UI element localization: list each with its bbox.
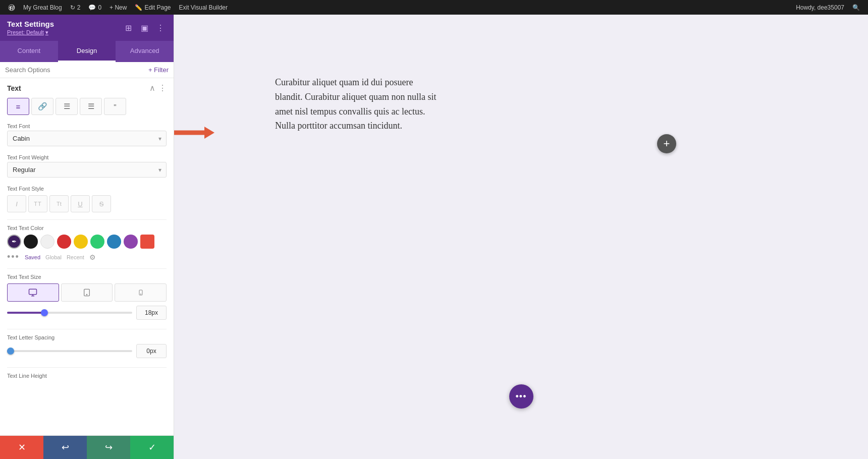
font-style-row: I TT Tt U S [0, 193, 174, 217]
add-element-button[interactable]: + [657, 134, 676, 153]
left-panel: Text Settings Preset: Default ▾ ⊞ ▣ ⋮ Co… [0, 15, 174, 459]
desktop-btn[interactable] [7, 283, 59, 302]
color-tab-recent[interactable]: Recent [67, 254, 84, 260]
font-weight-dropdown[interactable]: Regular [7, 162, 167, 178]
more-options-icon[interactable]: ⋮ [154, 22, 167, 34]
redo-button[interactable]: ↪ [87, 436, 130, 459]
eyedropper-swatch[interactable]: ✒ [7, 235, 21, 249]
tab-content[interactable]: Content [0, 41, 58, 62]
text-font-weight-label: Text Font Weight [0, 151, 174, 162]
underline-btn[interactable]: U [71, 195, 90, 212]
panel-footer: ✕ ↩ ↪ ✓ [0, 435, 174, 459]
size-section [0, 281, 174, 327]
section-more-icon[interactable]: ⋮ [158, 83, 167, 93]
color-section: ✒ ••• Saved Global Recent ⚙ [0, 233, 174, 266]
admin-bar: My Great Blog ↻ 2 💬 0 + New ✏️ Edit Page… [0, 0, 868, 15]
quote-btn[interactable]: " [104, 98, 126, 115]
collapse-icon[interactable]: ∧ [149, 83, 155, 93]
color-tab-saved[interactable]: Saved [25, 254, 40, 260]
color-black[interactable] [24, 235, 38, 249]
text-font-label: Text Font [0, 120, 174, 131]
svg-point-4 [86, 294, 87, 295]
exit-visual-builder-button[interactable]: Exit Visual Builder [175, 0, 232, 15]
cancel-button[interactable]: ✕ [0, 436, 43, 459]
search-input[interactable] [5, 66, 144, 74]
color-tab-global[interactable]: Global [45, 254, 62, 260]
text-font-style-label: Text Font Style [0, 183, 174, 193]
panel-header: Text Settings Preset: Default ▾ ⊞ ▣ ⋮ [0, 15, 174, 41]
letter-spacing-track[interactable] [7, 350, 132, 352]
section-title: Text [7, 84, 21, 92]
color-white[interactable] [40, 235, 55, 249]
tab-advanced[interactable]: Advanced [116, 41, 174, 62]
letter-spacing-section [0, 342, 174, 365]
wp-logo[interactable] [4, 0, 19, 15]
mobile-btn[interactable] [115, 283, 167, 302]
align-center-btn[interactable]: ≡ [7, 98, 29, 115]
text-font-weight-select[interactable]: Regular [7, 162, 167, 178]
comments[interactable]: 💬 0 [84, 0, 105, 15]
color-green[interactable] [90, 235, 104, 249]
search-adminbar[interactable]: 🔍 [848, 0, 864, 15]
svg-point-6 [140, 294, 141, 295]
svg-rect-0 [29, 289, 37, 295]
filter-button[interactable]: + Filter [148, 66, 169, 74]
color-yellow[interactable] [74, 235, 88, 249]
text-size-label: Text Text Size [0, 271, 174, 281]
color-purple[interactable] [124, 235, 138, 249]
revisions[interactable]: ↻ 2 [66, 0, 85, 15]
new-button[interactable]: + New [105, 0, 131, 15]
color-settings-icon[interactable]: ⚙ [89, 253, 96, 261]
panel-tabs: Content Design Advanced [0, 41, 174, 62]
panel-title: Text Settings [7, 20, 54, 28]
uppercase-btn[interactable]: TT [28, 195, 47, 212]
text-color-label: Text Text Color [0, 222, 174, 233]
text-section-header: Text ∧ ⋮ [0, 78, 174, 96]
size-slider-thumb[interactable] [41, 309, 48, 316]
italic-btn[interactable]: I [7, 195, 26, 212]
site-name[interactable]: My Great Blog [19, 0, 66, 15]
list-left-btn[interactable]: ☰ [56, 98, 78, 115]
text-font-select[interactable]: Cabin [7, 131, 167, 146]
content-block: Curabitur aliquet quam id dui posuere bl… [275, 75, 437, 133]
line-height-label: Text Line Height [0, 370, 174, 380]
undo-button[interactable]: ↩ [43, 436, 87, 459]
user-menu[interactable]: Howdy, dee35007 [792, 0, 848, 15]
panel-preset[interactable]: Preset: Default ▾ [7, 29, 54, 36]
font-dropdown[interactable]: Cabin [7, 131, 167, 146]
letter-spacing-thumb[interactable] [7, 348, 14, 355]
strikethrough-btn[interactable]: S [92, 195, 111, 212]
split-view-icon[interactable]: ▣ [138, 22, 150, 34]
letter-spacing-input[interactable] [136, 344, 167, 358]
size-slider-row [7, 306, 167, 320]
more-colors-btn[interactable]: ••• [7, 252, 20, 262]
device-row [7, 283, 167, 302]
alignment-row: ≡ 🔗 ☰ ☰ " [0, 96, 174, 120]
edit-page-button[interactable]: ✏️ Edit Page [131, 0, 175, 15]
size-input[interactable] [136, 306, 167, 320]
tab-design[interactable]: Design [58, 41, 116, 62]
letter-spacing-label: Text Letter Spacing [0, 331, 174, 342]
letter-spacing-slider-row [7, 344, 167, 358]
capitalize-btn[interactable]: Tt [49, 195, 69, 212]
tablet-btn[interactable] [61, 283, 113, 302]
link-btn[interactable]: 🔗 [31, 98, 53, 115]
main-content-area: Curabitur aliquet quam id dui posuere bl… [174, 15, 868, 459]
color-red-light[interactable] [140, 235, 154, 249]
fullscreen-icon[interactable]: ⊞ [122, 22, 134, 34]
floating-menu-button[interactable]: ••• [509, 384, 533, 409]
list-right-btn[interactable]: ☰ [80, 98, 102, 115]
color-red[interactable] [57, 235, 71, 249]
confirm-button[interactable]: ✓ [130, 436, 174, 459]
color-blue[interactable] [107, 235, 121, 249]
content-text: Curabitur aliquet quam id dui posuere bl… [275, 75, 437, 133]
search-area: + Filter [0, 62, 174, 78]
size-slider-track[interactable] [7, 312, 132, 314]
